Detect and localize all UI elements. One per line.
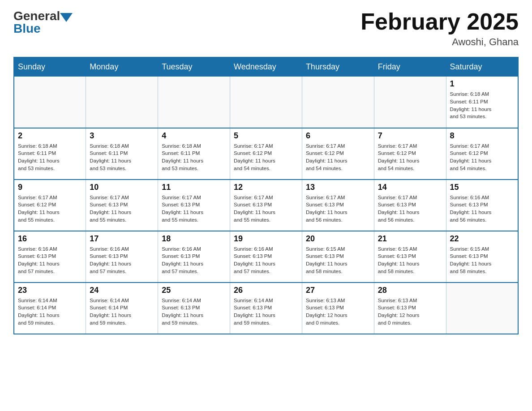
day-info: Sunrise: 6:18 AM Sunset: 6:11 PM Dayligh… bbox=[18, 142, 82, 172]
day-number: 23 bbox=[18, 286, 82, 295]
day-info: Sunrise: 6:17 AM Sunset: 6:13 PM Dayligh… bbox=[234, 194, 298, 224]
logo: General Blue bbox=[13, 9, 73, 36]
calendar-cell: 15Sunrise: 6:16 AM Sunset: 6:13 PM Dayli… bbox=[446, 180, 518, 231]
calendar-week-row: 1Sunrise: 6:18 AM Sunset: 6:11 PM Daylig… bbox=[14, 77, 518, 128]
day-info: Sunrise: 6:17 AM Sunset: 6:13 PM Dayligh… bbox=[378, 194, 442, 224]
day-info: Sunrise: 6:15 AM Sunset: 6:13 PM Dayligh… bbox=[450, 245, 514, 275]
calendar-cell: 13Sunrise: 6:17 AM Sunset: 6:13 PM Dayli… bbox=[302, 180, 374, 231]
day-number: 24 bbox=[90, 286, 154, 295]
day-info: Sunrise: 6:14 AM Sunset: 6:13 PM Dayligh… bbox=[162, 297, 226, 327]
day-number: 4 bbox=[162, 131, 226, 141]
day-number: 20 bbox=[306, 234, 370, 244]
day-number: 11 bbox=[162, 183, 226, 192]
weekday-header-monday: Monday bbox=[86, 57, 158, 77]
calendar-cell: 14Sunrise: 6:17 AM Sunset: 6:13 PM Dayli… bbox=[374, 180, 446, 231]
weekday-header-tuesday: Tuesday bbox=[158, 57, 230, 77]
calendar-cell: 16Sunrise: 6:16 AM Sunset: 6:13 PM Dayli… bbox=[14, 231, 86, 283]
weekday-header-sunday: Sunday bbox=[14, 57, 86, 77]
day-number: 15 bbox=[450, 183, 514, 192]
day-info: Sunrise: 6:14 AM Sunset: 6:14 PM Dayligh… bbox=[90, 297, 154, 327]
weekday-header-saturday: Saturday bbox=[446, 57, 518, 77]
calendar-cell: 3Sunrise: 6:18 AM Sunset: 6:11 PM Daylig… bbox=[86, 128, 158, 180]
calendar-cell: 27Sunrise: 6:13 AM Sunset: 6:13 PM Dayli… bbox=[302, 283, 374, 334]
day-info: Sunrise: 6:17 AM Sunset: 6:12 PM Dayligh… bbox=[378, 142, 442, 172]
calendar-cell: 5Sunrise: 6:17 AM Sunset: 6:12 PM Daylig… bbox=[230, 128, 302, 180]
weekday-header-wednesday: Wednesday bbox=[230, 57, 302, 77]
calendar-cell bbox=[302, 77, 374, 128]
calendar-cell: 9Sunrise: 6:17 AM Sunset: 6:12 PM Daylig… bbox=[14, 180, 86, 231]
calendar-cell: 11Sunrise: 6:17 AM Sunset: 6:13 PM Dayli… bbox=[158, 180, 230, 231]
calendar-cell: 23Sunrise: 6:14 AM Sunset: 6:14 PM Dayli… bbox=[14, 283, 86, 334]
day-number: 17 bbox=[90, 234, 154, 244]
weekday-header-friday: Friday bbox=[374, 57, 446, 77]
logo-blue-text: Blue bbox=[13, 21, 41, 36]
calendar-table: SundayMondayTuesdayWednesdayThursdayFrid… bbox=[13, 57, 519, 334]
day-number: 18 bbox=[162, 234, 226, 244]
day-info: Sunrise: 6:17 AM Sunset: 6:12 PM Dayligh… bbox=[234, 142, 298, 172]
day-number: 6 bbox=[306, 131, 370, 141]
calendar-week-row: 16Sunrise: 6:16 AM Sunset: 6:13 PM Dayli… bbox=[14, 231, 518, 283]
day-info: Sunrise: 6:14 AM Sunset: 6:14 PM Dayligh… bbox=[18, 297, 82, 327]
calendar-cell: 20Sunrise: 6:15 AM Sunset: 6:13 PM Dayli… bbox=[302, 231, 374, 283]
calendar-cell: 28Sunrise: 6:13 AM Sunset: 6:13 PM Dayli… bbox=[374, 283, 446, 334]
calendar-cell bbox=[446, 283, 518, 334]
month-title: February 2025 bbox=[360, 9, 519, 34]
calendar-cell bbox=[14, 77, 86, 128]
calendar-cell: 8Sunrise: 6:17 AM Sunset: 6:12 PM Daylig… bbox=[446, 128, 518, 180]
day-info: Sunrise: 6:16 AM Sunset: 6:13 PM Dayligh… bbox=[234, 245, 298, 275]
calendar-cell: 1Sunrise: 6:18 AM Sunset: 6:11 PM Daylig… bbox=[446, 77, 518, 128]
day-number: 25 bbox=[162, 286, 226, 295]
calendar-cell: 6Sunrise: 6:17 AM Sunset: 6:12 PM Daylig… bbox=[302, 128, 374, 180]
calendar-cell: 17Sunrise: 6:16 AM Sunset: 6:13 PM Dayli… bbox=[86, 231, 158, 283]
calendar-cell: 18Sunrise: 6:16 AM Sunset: 6:13 PM Dayli… bbox=[158, 231, 230, 283]
day-number: 27 bbox=[306, 286, 370, 295]
day-info: Sunrise: 6:16 AM Sunset: 6:13 PM Dayligh… bbox=[18, 245, 82, 275]
day-number: 10 bbox=[90, 183, 154, 192]
calendar-cell: 22Sunrise: 6:15 AM Sunset: 6:13 PM Dayli… bbox=[446, 231, 518, 283]
weekday-header-thursday: Thursday bbox=[302, 57, 374, 77]
day-info: Sunrise: 6:16 AM Sunset: 6:13 PM Dayligh… bbox=[90, 245, 154, 275]
calendar-cell: 25Sunrise: 6:14 AM Sunset: 6:13 PM Dayli… bbox=[158, 283, 230, 334]
calendar-cell bbox=[86, 77, 158, 128]
day-number: 9 bbox=[18, 183, 82, 192]
calendar-week-row: 2Sunrise: 6:18 AM Sunset: 6:11 PM Daylig… bbox=[14, 128, 518, 180]
day-number: 28 bbox=[378, 286, 442, 295]
weekday-header-row: SundayMondayTuesdayWednesdayThursdayFrid… bbox=[14, 57, 518, 77]
calendar-week-row: 23Sunrise: 6:14 AM Sunset: 6:14 PM Dayli… bbox=[14, 283, 518, 334]
day-info: Sunrise: 6:16 AM Sunset: 6:13 PM Dayligh… bbox=[162, 245, 226, 275]
title-area: February 2025 Awoshi, Ghana bbox=[360, 9, 519, 48]
day-number: 26 bbox=[234, 286, 298, 295]
day-info: Sunrise: 6:15 AM Sunset: 6:13 PM Dayligh… bbox=[306, 245, 370, 275]
day-number: 2 bbox=[18, 131, 82, 141]
calendar-cell: 24Sunrise: 6:14 AM Sunset: 6:14 PM Dayli… bbox=[86, 283, 158, 334]
day-info: Sunrise: 6:15 AM Sunset: 6:13 PM Dayligh… bbox=[378, 245, 442, 275]
day-info: Sunrise: 6:16 AM Sunset: 6:13 PM Dayligh… bbox=[450, 194, 514, 224]
day-info: Sunrise: 6:18 AM Sunset: 6:11 PM Dayligh… bbox=[162, 142, 226, 172]
day-number: 22 bbox=[450, 234, 514, 244]
calendar-cell: 2Sunrise: 6:18 AM Sunset: 6:11 PM Daylig… bbox=[14, 128, 86, 180]
day-number: 8 bbox=[450, 131, 514, 141]
calendar-cell: 21Sunrise: 6:15 AM Sunset: 6:13 PM Dayli… bbox=[374, 231, 446, 283]
day-number: 16 bbox=[18, 234, 82, 244]
day-info: Sunrise: 6:17 AM Sunset: 6:12 PM Dayligh… bbox=[306, 142, 370, 172]
day-info: Sunrise: 6:17 AM Sunset: 6:13 PM Dayligh… bbox=[90, 194, 154, 224]
day-number: 19 bbox=[234, 234, 298, 244]
day-number: 13 bbox=[306, 183, 370, 192]
day-number: 3 bbox=[90, 131, 154, 141]
calendar-cell: 4Sunrise: 6:18 AM Sunset: 6:11 PM Daylig… bbox=[158, 128, 230, 180]
calendar-cell bbox=[374, 77, 446, 128]
day-info: Sunrise: 6:18 AM Sunset: 6:11 PM Dayligh… bbox=[450, 90, 514, 120]
day-number: 5 bbox=[234, 131, 298, 141]
day-info: Sunrise: 6:14 AM Sunset: 6:13 PM Dayligh… bbox=[234, 297, 298, 327]
day-info: Sunrise: 6:17 AM Sunset: 6:12 PM Dayligh… bbox=[450, 142, 514, 172]
logo-triangle-icon bbox=[60, 13, 73, 22]
day-info: Sunrise: 6:17 AM Sunset: 6:13 PM Dayligh… bbox=[162, 194, 226, 224]
calendar-cell bbox=[158, 77, 230, 128]
calendar-cell bbox=[230, 77, 302, 128]
location: Awoshi, Ghana bbox=[360, 36, 519, 48]
page-header: General Blue February 2025 Awoshi, Ghana bbox=[13, 9, 519, 48]
calendar-cell: 12Sunrise: 6:17 AM Sunset: 6:13 PM Dayli… bbox=[230, 180, 302, 231]
day-info: Sunrise: 6:18 AM Sunset: 6:11 PM Dayligh… bbox=[90, 142, 154, 172]
day-info: Sunrise: 6:13 AM Sunset: 6:13 PM Dayligh… bbox=[378, 297, 442, 327]
day-number: 21 bbox=[378, 234, 442, 244]
